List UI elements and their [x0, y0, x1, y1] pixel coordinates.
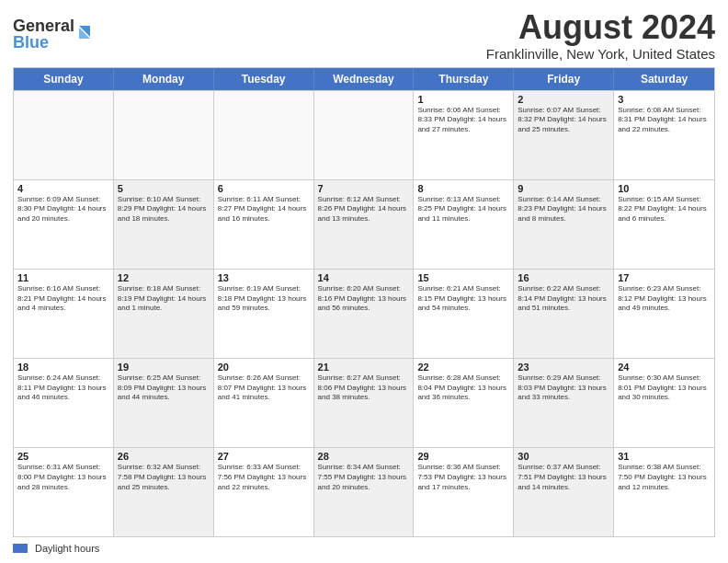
calendar-cell: 12Sunrise: 6:18 AM Sunset: 8:19 PM Dayli… [114, 270, 214, 358]
day-number: 24 [618, 362, 711, 373]
day-info: Sunrise: 6:15 AM Sunset: 8:22 PM Dayligh… [618, 195, 711, 224]
calendar: SundayMondayTuesdayWednesdayThursdayFrid… [13, 67, 715, 537]
calendar-cell [114, 91, 214, 179]
footer: Daylight hours [13, 543, 715, 554]
day-number: 16 [518, 272, 609, 283]
calendar-cell: 28Sunrise: 6:34 AM Sunset: 7:55 PM Dayli… [314, 448, 415, 536]
day-number: 20 [218, 362, 310, 373]
calendar-cell: 8Sunrise: 6:13 AM Sunset: 8:25 PM Daylig… [414, 180, 514, 269]
day-number: 26 [118, 451, 210, 462]
day-info: Sunrise: 6:34 AM Sunset: 7:55 PM Dayligh… [318, 463, 410, 492]
day-info: Sunrise: 6:13 AM Sunset: 8:25 PM Dayligh… [417, 195, 509, 224]
svg-text:Blue: Blue [13, 33, 49, 52]
calendar-week-5: 25Sunrise: 6:31 AM Sunset: 8:00 PM Dayli… [14, 447, 714, 536]
day-number: 22 [417, 362, 509, 373]
day-info: Sunrise: 6:07 AM Sunset: 8:32 PM Dayligh… [518, 106, 609, 135]
day-number: 6 [218, 183, 310, 194]
weekday-header-sunday: Sunday [14, 68, 114, 90]
day-info: Sunrise: 6:26 AM Sunset: 8:07 PM Dayligh… [218, 373, 310, 403]
calendar-cell: 31Sunrise: 6:38 AM Sunset: 7:50 PM Dayli… [614, 448, 714, 536]
logo: General Blue [13, 13, 96, 57]
day-number: 29 [417, 451, 509, 462]
calendar-cell: 11Sunrise: 6:16 AM Sunset: 8:21 PM Dayli… [14, 270, 114, 358]
calendar-cell: 2Sunrise: 6:07 AM Sunset: 8:32 PM Daylig… [514, 91, 614, 179]
legend-color-box [13, 544, 28, 553]
day-info: Sunrise: 6:10 AM Sunset: 8:29 PM Dayligh… [118, 195, 210, 224]
calendar-cell: 20Sunrise: 6:26 AM Sunset: 8:07 PM Dayli… [214, 359, 314, 447]
calendar-cell: 25Sunrise: 6:31 AM Sunset: 8:00 PM Dayli… [14, 448, 114, 536]
day-info: Sunrise: 6:37 AM Sunset: 7:51 PM Dayligh… [518, 463, 609, 492]
day-number: 14 [318, 272, 410, 283]
calendar-cell: 16Sunrise: 6:22 AM Sunset: 8:14 PM Dayli… [514, 270, 614, 358]
weekday-header-thursday: Thursday [414, 68, 514, 90]
day-info: Sunrise: 6:18 AM Sunset: 8:19 PM Dayligh… [118, 284, 210, 314]
logo-text: General Blue [13, 13, 96, 57]
calendar-cell: 1Sunrise: 6:06 AM Sunset: 8:33 PM Daylig… [414, 91, 514, 179]
day-number: 4 [17, 183, 109, 194]
day-info: Sunrise: 6:24 AM Sunset: 8:11 PM Dayligh… [17, 373, 109, 403]
day-info: Sunrise: 6:06 AM Sunset: 8:33 PM Dayligh… [417, 106, 509, 135]
calendar-cell: 15Sunrise: 6:21 AM Sunset: 8:15 PM Dayli… [414, 270, 514, 358]
day-info: Sunrise: 6:31 AM Sunset: 8:00 PM Dayligh… [17, 463, 109, 492]
day-info: Sunrise: 6:11 AM Sunset: 8:27 PM Dayligh… [218, 195, 310, 224]
title-block: August 2024 Franklinville, New York, Uni… [486, 9, 715, 62]
weekday-header-wednesday: Wednesday [314, 68, 415, 90]
calendar-cell: 6Sunrise: 6:11 AM Sunset: 8:27 PM Daylig… [214, 180, 314, 269]
day-info: Sunrise: 6:23 AM Sunset: 8:12 PM Dayligh… [618, 284, 711, 314]
day-info: Sunrise: 6:33 AM Sunset: 7:56 PM Dayligh… [218, 463, 310, 492]
calendar-week-1: 1Sunrise: 6:06 AM Sunset: 8:33 PM Daylig… [14, 90, 714, 179]
calendar-week-3: 11Sunrise: 6:16 AM Sunset: 8:21 PM Dayli… [14, 269, 714, 358]
day-number: 21 [318, 362, 410, 373]
day-info: Sunrise: 6:32 AM Sunset: 7:58 PM Dayligh… [118, 463, 210, 492]
calendar-cell: 4Sunrise: 6:09 AM Sunset: 8:30 PM Daylig… [14, 180, 114, 269]
calendar-cell: 19Sunrise: 6:25 AM Sunset: 8:09 PM Dayli… [114, 359, 214, 447]
calendar-body: 1Sunrise: 6:06 AM Sunset: 8:33 PM Daylig… [14, 90, 714, 536]
calendar-cell: 18Sunrise: 6:24 AM Sunset: 8:11 PM Dayli… [14, 359, 114, 447]
day-number: 8 [417, 183, 509, 194]
day-number: 18 [17, 362, 109, 373]
day-info: Sunrise: 6:14 AM Sunset: 8:23 PM Dayligh… [518, 195, 609, 224]
location-title: Franklinville, New York, United States [486, 46, 715, 62]
calendar-cell: 30Sunrise: 6:37 AM Sunset: 7:51 PM Dayli… [514, 448, 614, 536]
day-info: Sunrise: 6:16 AM Sunset: 8:21 PM Dayligh… [17, 284, 109, 314]
calendar-week-2: 4Sunrise: 6:09 AM Sunset: 8:30 PM Daylig… [14, 179, 714, 269]
calendar-cell: 7Sunrise: 6:12 AM Sunset: 8:26 PM Daylig… [314, 180, 415, 269]
day-info: Sunrise: 6:27 AM Sunset: 8:06 PM Dayligh… [318, 373, 410, 403]
day-number: 28 [318, 451, 410, 462]
day-number: 30 [518, 451, 609, 462]
calendar-cell [314, 91, 415, 179]
header: General Blue August 2024 Franklinville, … [13, 9, 715, 62]
month-title: August 2024 [486, 9, 715, 46]
day-number: 3 [618, 94, 711, 105]
day-info: Sunrise: 6:09 AM Sunset: 8:30 PM Dayligh… [17, 195, 109, 224]
day-number: 23 [518, 362, 609, 373]
calendar-cell: 21Sunrise: 6:27 AM Sunset: 8:06 PM Dayli… [314, 359, 415, 447]
day-number: 1 [417, 94, 509, 105]
day-number: 31 [618, 451, 711, 462]
calendar-cell: 24Sunrise: 6:30 AM Sunset: 8:01 PM Dayli… [614, 359, 714, 447]
weekday-header-saturday: Saturday [614, 68, 714, 90]
calendar-header: SundayMondayTuesdayWednesdayThursdayFrid… [14, 68, 714, 90]
day-number: 11 [17, 272, 109, 283]
day-info: Sunrise: 6:38 AM Sunset: 7:50 PM Dayligh… [618, 463, 711, 492]
legend-label: Daylight hours [35, 543, 99, 554]
day-number: 10 [618, 183, 711, 194]
weekday-header-monday: Monday [114, 68, 214, 90]
day-number: 9 [518, 183, 609, 194]
day-number: 17 [618, 272, 711, 283]
weekday-header-tuesday: Tuesday [214, 68, 314, 90]
day-info: Sunrise: 6:19 AM Sunset: 8:18 PM Dayligh… [218, 284, 310, 314]
calendar-cell: 10Sunrise: 6:15 AM Sunset: 8:22 PM Dayli… [614, 180, 714, 269]
day-number: 13 [218, 272, 310, 283]
day-info: Sunrise: 6:22 AM Sunset: 8:14 PM Dayligh… [518, 284, 609, 314]
calendar-cell: 22Sunrise: 6:28 AM Sunset: 8:04 PM Dayli… [414, 359, 514, 447]
day-number: 7 [318, 183, 410, 194]
calendar-cell: 3Sunrise: 6:08 AM Sunset: 8:31 PM Daylig… [614, 91, 714, 179]
page: General Blue August 2024 Franklinville, … [0, 0, 728, 563]
day-info: Sunrise: 6:28 AM Sunset: 8:04 PM Dayligh… [417, 373, 509, 403]
day-number: 27 [218, 451, 310, 462]
calendar-cell: 14Sunrise: 6:20 AM Sunset: 8:16 PM Dayli… [314, 270, 415, 358]
calendar-cell: 13Sunrise: 6:19 AM Sunset: 8:18 PM Dayli… [214, 270, 314, 358]
calendar-week-4: 18Sunrise: 6:24 AM Sunset: 8:11 PM Dayli… [14, 358, 714, 447]
calendar-cell [214, 91, 314, 179]
